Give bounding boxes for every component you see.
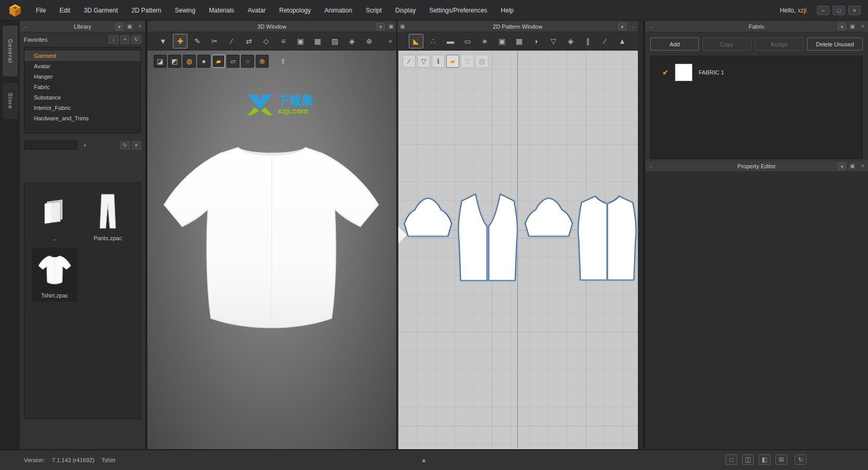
library-category-fabric[interactable]: Fabric [24, 82, 141, 92]
select-move-button[interactable]: ✚ [173, 34, 187, 48]
pattern-piece-sleeve-right[interactable] [525, 199, 572, 236]
library-item-pants[interactable]: Pants.zpac [85, 192, 131, 241]
select-mesh-button[interactable]: ✎ [190, 34, 205, 48]
sewing-tool-3d-button[interactable]: ▨ [328, 34, 342, 48]
layout-single-button[interactable]: □ [725, 454, 737, 465]
menu-sewing[interactable]: Sewing [168, 4, 202, 17]
library-close-icon[interactable]: × [136, 23, 144, 29]
button-tool-button[interactable]: ⊕ [362, 34, 376, 48]
viewport-2d[interactable]: ∕ ▽ ℹ ▰ ▽ ▤ [398, 51, 638, 449]
grid-3d-button[interactable]: ▦ [310, 34, 325, 48]
library-category-avatar[interactable]: Avatar [24, 61, 141, 71]
list-view-button[interactable]: ≡ [132, 141, 141, 150]
pattern-piece-back-right[interactable] [608, 196, 636, 280]
menu-materials[interactable]: Materials [202, 4, 241, 17]
window-2d-collapse-icon[interactable]: → [628, 23, 637, 29]
viewport-3d[interactable]: ◪ ◩ ◍ ● ▰ ▱ ○ ⊕ ⇧ 下载集 xzji.com [147, 51, 396, 449]
pattern-piece-front-left[interactable] [459, 194, 487, 280]
transform-pattern-3d-button[interactable]: ▣ [293, 34, 308, 48]
fabric-collapse-icon[interactable]: → [646, 23, 655, 29]
library-category-substance[interactable]: Substance [24, 92, 141, 103]
fabric-close-icon[interactable]: × [859, 23, 867, 29]
edit-pattern-button[interactable]: ∴ [426, 34, 441, 48]
transform-pattern-button[interactable]: ◣ [409, 34, 423, 48]
fabric-copy-button[interactable]: Copy [702, 38, 751, 51]
property-editor-popout-icon[interactable]: ▣ [848, 163, 857, 169]
fabric-list-item[interactable]: ✔ FABRIC 1 [651, 64, 862, 81]
pattern-piece-sleeve-left[interactable] [405, 199, 451, 236]
avatar-tape-button[interactable]: ≡ [276, 34, 291, 48]
menu-settings-preferences[interactable]: Settings/Preferences [422, 4, 494, 17]
menu-avatar[interactable]: Avatar [241, 4, 272, 17]
grading-button[interactable]: ▦ [512, 34, 526, 48]
library-category-hardware-and-trims[interactable]: Hardware_and_Trims [24, 113, 141, 123]
garment-3d-tshirt[interactable] [161, 140, 383, 334]
fabric-delete-unused-button[interactable]: Delete Unused [807, 38, 863, 51]
fabric-check-icon[interactable]: ✔ [662, 68, 669, 77]
fold-arrangement-button[interactable]: ⇄ [242, 34, 256, 48]
layout-reset-button[interactable]: ↻ [795, 454, 807, 465]
texture-editor-button[interactable]: ▲ [615, 34, 630, 48]
layout-four-pane-button[interactable]: ⊞ [775, 454, 787, 465]
toggle-fabric-view-button[interactable]: ▰ [212, 55, 225, 68]
menu-file[interactable]: File [29, 4, 53, 17]
library-category-interior-fabric[interactable]: Interior_Fabric [24, 103, 141, 113]
menu-help[interactable]: Help [494, 4, 521, 17]
menu-3d-garment[interactable]: 3D Garment [77, 4, 124, 17]
menu-display[interactable]: Display [388, 4, 422, 17]
edit-sewing-button[interactable]: ∕ [598, 34, 612, 48]
pattern-piece-front-right[interactable] [489, 194, 517, 280]
property-editor-collapse-icon[interactable]: → [646, 163, 655, 169]
pattern-piece-back-left[interactable] [578, 196, 607, 280]
library-add-button[interactable]: + [120, 35, 130, 44]
steam-iron-button[interactable]: ◗ [529, 34, 544, 48]
fabric-swatch[interactable] [675, 64, 693, 81]
fabric-add-button[interactable]: Add [650, 38, 699, 51]
close-button[interactable]: × [848, 6, 861, 15]
window-3d-popout-icon[interactable]: ▣ [387, 23, 395, 29]
library-category-hanger[interactable]: Hanger [24, 71, 141, 82]
toggle-environment-button[interactable]: ⊕ [256, 55, 269, 68]
maximize-button[interactable]: □ [833, 6, 845, 15]
clone-pattern-button[interactable]: ▣ [495, 34, 509, 48]
toggle-fabric-off-button[interactable]: ▱ [227, 55, 240, 68]
minimize-button[interactable]: − [817, 6, 829, 15]
pin-tool-button[interactable]: ∕ [224, 34, 239, 48]
render-button[interactable]: ⇧ [276, 55, 290, 68]
toggle-silhouette-button[interactable]: ○ [241, 55, 254, 68]
toolbar-3d-overflow-icon[interactable]: » [388, 38, 392, 45]
fabric-popout-icon[interactable]: ▣ [848, 23, 857, 29]
expand-panel-arrow[interactable] [398, 227, 407, 243]
toggle-thickness-button[interactable]: ◪ [154, 55, 167, 68]
create-rectangle-button[interactable]: ▭ [460, 34, 475, 48]
window-3d-dropdown-icon[interactable]: ▾ [376, 23, 385, 30]
library-search-input[interactable] [24, 141, 77, 150]
trace-button[interactable]: ∗ [477, 34, 492, 48]
window-2d-dropdown-icon[interactable]: ▾ [618, 23, 626, 30]
tab-general[interactable]: General [2, 25, 18, 77]
library-import-button[interactable]: ↓ [109, 35, 118, 44]
fabric-dropdown-icon[interactable]: ▾ [838, 23, 846, 30]
pleats-button[interactable]: ∥ [581, 34, 595, 48]
toggle-pins-button[interactable]: ◍ [183, 55, 196, 68]
layout-two-pane-button[interactable]: ◫ [742, 454, 754, 465]
sewing-machine-3d-button[interactable]: ◈ [345, 34, 359, 48]
layout-three-pane-button[interactable]: ◧ [759, 454, 771, 465]
menu-script[interactable]: Script [359, 4, 388, 17]
library-collapse-icon[interactable]: → [21, 23, 29, 29]
property-editor-close-icon[interactable]: × [859, 163, 867, 169]
menu-edit[interactable]: Edit [53, 4, 77, 17]
fabric-assign-button[interactable]: Assign [755, 38, 803, 51]
library-item-parent-folder[interactable]: .. [32, 192, 78, 241]
toggle-avatar-button[interactable]: ● [197, 55, 210, 68]
search-dropdown-icon[interactable]: ▾ [77, 143, 93, 148]
thumbs-refresh-button[interactable]: ↻ [120, 141, 130, 150]
tab-store[interactable]: Store [2, 82, 18, 120]
library-category-garment[interactable]: Garment [24, 51, 141, 61]
sewing-machine-2d-button[interactable]: ◈ [563, 34, 578, 48]
window-2d-popout-icon[interactable]: ▣ [398, 23, 407, 29]
property-editor-dropdown-icon[interactable]: ▾ [838, 163, 846, 170]
expand-bottom-arrow[interactable]: ▲ [421, 456, 427, 464]
simulate-button[interactable]: ▼ [156, 34, 170, 48]
username-link[interactable]: xzji [798, 7, 807, 14]
